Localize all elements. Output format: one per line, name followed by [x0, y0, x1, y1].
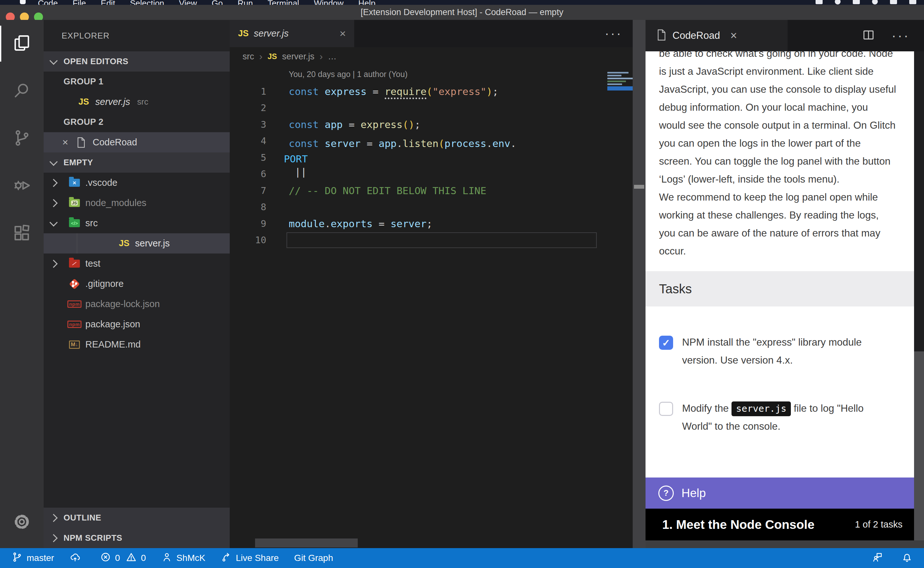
- folder-test[interactable]: ∕ test: [44, 254, 230, 274]
- errors-status[interactable]: 0: [100, 551, 120, 565]
- code-line[interactable]: 5 const server = app.listen(process.env.…: [230, 149, 645, 166]
- js-icon: JS: [118, 237, 131, 250]
- menu-item[interactable]: Code: [38, 0, 58, 5]
- menu-item[interactable]: File: [72, 0, 86, 5]
- open-editor-server-js[interactable]: JS server.js src: [44, 92, 230, 112]
- tab-server-js[interactable]: JS server.js ×: [230, 20, 354, 47]
- open-editors-header[interactable]: OPEN EDITORS: [44, 51, 230, 71]
- file-server-js[interactable]: JS server.js: [44, 233, 230, 254]
- line-number[interactable]: 10: [230, 234, 266, 245]
- feedback-status[interactable]: [872, 551, 883, 565]
- code-line[interactable]: 9 module.exports = server;: [230, 215, 645, 232]
- menu-item[interactable]: Help: [358, 0, 375, 5]
- activity-source-control[interactable]: [0, 115, 44, 162]
- file-gitignore[interactable]: .gitignore: [44, 274, 230, 294]
- scrollbar-thumb[interactable]: [634, 185, 644, 189]
- open-editor-row[interactable]: GROUP 1: [44, 71, 230, 92]
- search-icon: [12, 81, 31, 101]
- activity-explorer[interactable]: [0, 20, 44, 67]
- code-line[interactable]: 8: [230, 199, 645, 216]
- live-share-status[interactable]: Live Share: [221, 551, 279, 565]
- line-number[interactable]: 8: [230, 201, 266, 213]
- code-line[interactable]: 7 // -- DO NOT EDIT BELOW THIS LINE: [230, 182, 645, 199]
- menu-item[interactable]: Window: [314, 0, 343, 5]
- activity-run-debug[interactable]: [0, 162, 44, 210]
- webview-scrollbar[interactable]: [914, 51, 924, 541]
- breadcrumb-separator: ›: [320, 51, 323, 62]
- minimap[interactable]: [607, 72, 633, 91]
- activity-search[interactable]: [0, 67, 44, 115]
- close-icon[interactable]: ×: [62, 136, 68, 148]
- account-status[interactable]: ShMcK: [161, 551, 205, 565]
- code-line[interactable]: 2: [230, 100, 645, 116]
- paragraph-line: JavaScript, you can use the console to d…: [659, 80, 901, 98]
- close-icon[interactable]: ×: [339, 27, 346, 40]
- notifications-status[interactable]: [901, 551, 912, 565]
- menu-item[interactable]: Edit: [101, 0, 115, 5]
- npm-icon: npm: [68, 298, 81, 311]
- sidebar-spacer: [44, 355, 230, 508]
- line-number[interactable]: 3: [230, 119, 266, 130]
- code-line[interactable]: 10: [230, 232, 645, 249]
- activity-extensions[interactable]: [0, 210, 44, 257]
- menu-item[interactable]: Selection: [130, 0, 164, 5]
- task-checkbox-unchecked[interactable]: [659, 402, 673, 416]
- menu-item[interactable]: Go: [212, 0, 223, 5]
- apple-logo-icon[interactable]: [20, 0, 26, 4]
- code-line[interactable]: 6: [230, 166, 645, 183]
- lesson-header: 1. Meet the Node Console 1 of 2 tasks: [645, 509, 914, 541]
- line-number[interactable]: 2: [230, 103, 266, 113]
- menu-item[interactable]: Run: [237, 0, 253, 5]
- breadcrumb: src › JS server.js › …: [230, 47, 645, 66]
- help-bar[interactable]: ? Help: [645, 477, 914, 509]
- line-number[interactable]: 5: [230, 152, 266, 163]
- explorer-sidebar: EXPLORER OPEN EDITORS GROUP 1 JS server.…: [44, 20, 230, 548]
- tray-icon: [872, 0, 878, 5]
- line-number[interactable]: 4: [230, 135, 266, 147]
- chevron-down-icon: [50, 218, 57, 226]
- sync-status[interactable]: [69, 551, 85, 565]
- git-branch-status[interactable]: master: [12, 551, 54, 565]
- open-editor-row[interactable]: GROUP 2: [44, 112, 230, 132]
- file-package-lock[interactable]: npm package-lock.json: [44, 294, 230, 314]
- file-package-json[interactable]: npm package.json: [44, 314, 230, 334]
- code-line[interactable]: 3 const app = express();: [230, 116, 645, 133]
- coderoad-content: be able to check what's going on in your…: [645, 51, 914, 541]
- folder-section-header[interactable]: EMPTY: [44, 153, 230, 173]
- codelens-annotation[interactable]: You, 20 days ago | 1 author (You): [230, 69, 645, 80]
- task-checkbox-checked[interactable]: ✓: [659, 336, 673, 350]
- folder-src[interactable]: </> src: [44, 213, 230, 233]
- line-number[interactable]: 7: [230, 185, 266, 196]
- menu-item[interactable]: Terminal: [268, 0, 299, 5]
- tab-coderoad[interactable]: CodeRoad ×: [645, 20, 788, 51]
- close-icon[interactable]: ×: [730, 29, 737, 42]
- breadcrumb-separator: ›: [259, 51, 262, 62]
- feedback-icon: [872, 551, 883, 565]
- warnings-status[interactable]: 0: [126, 551, 146, 565]
- line-number[interactable]: 1: [230, 86, 266, 97]
- activity-settings[interactable]: [0, 503, 44, 542]
- tray-icon: [835, 0, 841, 5]
- breadcrumb-segment[interactable]: …: [328, 52, 336, 62]
- file-readme[interactable]: M↓ README.md: [44, 334, 230, 355]
- folder-vscode[interactable]: × .vscode: [44, 173, 230, 193]
- line-number[interactable]: 6: [230, 168, 266, 180]
- scrollbar-thumb[interactable]: [914, 351, 924, 541]
- line-number[interactable]: 9: [230, 218, 266, 229]
- git-graph-status[interactable]: Git Graph: [294, 553, 333, 563]
- breadcrumb-segment[interactable]: src: [243, 52, 254, 62]
- menubar-status-icons[interactable]: [815, 0, 916, 5]
- breadcrumb-segment[interactable]: server.js: [282, 52, 314, 62]
- section-npm-scripts[interactable]: NPM SCRIPTS: [44, 528, 230, 548]
- bell-icon: [901, 551, 912, 565]
- menu-item[interactable]: View: [179, 0, 197, 5]
- code-line[interactable]: 1 const express = require("express");: [230, 83, 645, 100]
- folder-node-modules[interactable]: JS node_modules: [44, 193, 230, 213]
- section-outline[interactable]: OUTLINE: [44, 508, 230, 528]
- more-actions-icon[interactable]: ···: [892, 28, 910, 43]
- panel-separator-scrollbar[interactable]: [633, 20, 645, 548]
- open-editor-coderoad[interactable]: × CodeRoad: [44, 132, 230, 153]
- horizontal-scrollbar-thumb[interactable]: [255, 538, 358, 547]
- paragraph-line: We recommend to keep the log panel open …: [659, 188, 901, 206]
- split-editor-icon[interactable]: [862, 29, 875, 43]
